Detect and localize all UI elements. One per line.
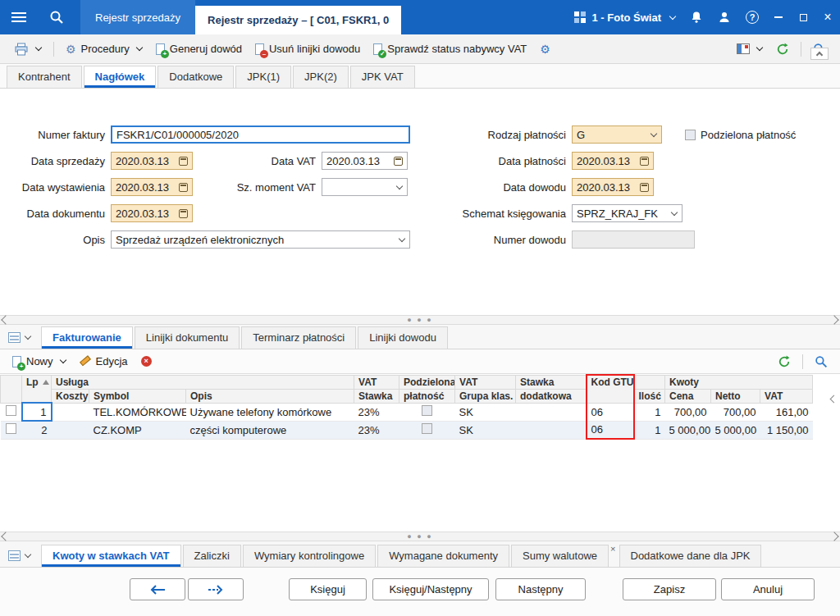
opis-select[interactable]: Sprzedaż urządzeń elektronicznych: [111, 230, 410, 249]
view-chooser-button[interactable]: [7, 547, 36, 567]
window-tab-rejestr[interactable]: Rejestr sprzedaży: [80, 0, 195, 34]
header-stawka-sub[interactable]: Stawka: [354, 389, 399, 403]
calendar-icon[interactable]: [640, 183, 649, 192]
anuluj-button[interactable]: Anuluj: [721, 578, 815, 600]
cell-koszty[interactable]: [52, 403, 89, 421]
schemat-ksiegowania-select[interactable]: SPRZ_KRAJ_FK: [572, 204, 682, 222]
tab-jpk1[interactable]: JPK(1): [235, 66, 291, 88]
zapisz-button[interactable]: Zapisz: [623, 578, 716, 600]
prev-record-button[interactable]: [130, 578, 185, 600]
header-vat-group[interactable]: VAT: [354, 375, 399, 389]
cell-koszty[interactable]: [52, 421, 89, 439]
cell-stawka[interactable]: 23%: [354, 421, 399, 439]
cell-podzielona[interactable]: [399, 403, 455, 421]
maximize-button[interactable]: [791, 0, 815, 34]
header-usluga-group[interactable]: Usługa: [52, 375, 354, 389]
tab-kwoty-w-stawkach-vat[interactable]: Kwoty w stawkach VAT: [41, 545, 181, 567]
cell-kod-gtu[interactable]: 06: [587, 403, 634, 421]
cell-vat[interactable]: 161,00: [760, 403, 813, 421]
hamburger-menu-button[interactable]: [0, 0, 38, 34]
cell-select[interactable]: [1, 421, 22, 439]
calendar-icon[interactable]: [394, 157, 403, 166]
calendar-icon[interactable]: [179, 157, 188, 166]
calendar-icon[interactable]: [179, 183, 188, 192]
cell-opis[interactable]: części komputerowe: [186, 421, 354, 439]
cell-opis[interactable]: Używane telefony komórkowe: [186, 403, 354, 421]
delete-row-button[interactable]: ×: [135, 353, 158, 370]
cell-stawka-dodatkowa[interactable]: [516, 403, 587, 421]
cell-cena[interactable]: 700,00: [665, 403, 711, 421]
data-wystawienia-input[interactable]: 2020.03.13: [111, 178, 193, 196]
tab-fakturowanie[interactable]: Fakturowanie: [41, 326, 133, 349]
print-button[interactable]: [8, 39, 48, 59]
podzielona-checkbox[interactable]: [422, 405, 432, 416]
splitter-grip[interactable]: ● ● ●: [407, 317, 432, 324]
cell-grupa-klas[interactable]: SK: [455, 421, 516, 439]
cell-ilosc[interactable]: 1: [634, 403, 665, 421]
nastepny-button[interactable]: Następny: [495, 578, 586, 600]
header-vat-group2[interactable]: VAT: [455, 375, 516, 389]
header-stawka-group[interactable]: Stawka: [516, 375, 587, 389]
header-vat-col[interactable]: VAT: [760, 389, 813, 403]
tab-zaliczki[interactable]: Zaliczki: [183, 545, 241, 567]
row-select-checkbox[interactable]: [6, 423, 16, 434]
header-grupa-klas[interactable]: Grupa klas.: [455, 389, 516, 403]
notifications-button[interactable]: [682, 0, 710, 34]
grid-refresh-button[interactable]: [772, 352, 797, 372]
window-tab-active[interactable]: Rejestr sprzedaży – [ C01, FSKR1, 0: [195, 6, 401, 34]
scroll-right-icon[interactable]: [829, 315, 838, 324]
cell-lp[interactable]: 1: [22, 403, 52, 421]
company-selector[interactable]: 1 - Foto Świat: [568, 0, 683, 34]
rodzaj-platnosci-select[interactable]: G: [572, 125, 662, 144]
calendar-icon[interactable]: [179, 209, 188, 218]
tab-sumy-walutowe[interactable]: Sumy walutowe: [511, 545, 609, 567]
help-button[interactable]: ?: [738, 0, 766, 34]
minimize-button[interactable]: [766, 0, 791, 34]
usun-linijki-button[interactable]: – Usuń linijki dowodu: [249, 39, 366, 58]
header-kod-gtu[interactable]: Kod GTU: [587, 375, 634, 403]
cell-symbol[interactable]: CZ.KOMP: [89, 421, 186, 439]
cell-netto[interactable]: 700,00: [711, 403, 760, 421]
numer-faktury-input[interactable]: FSKR1/C01/000005/2020: [111, 125, 410, 144]
generuj-dowod-button[interactable]: + Generuj dowód: [150, 39, 248, 58]
cell-netto[interactable]: 5 000,00: [711, 421, 760, 439]
header-cena[interactable]: Cena: [665, 389, 711, 403]
user-button[interactable]: [710, 0, 738, 34]
next-record-button[interactable]: [188, 578, 244, 600]
header-kwoty-group[interactable]: Kwoty: [665, 375, 813, 389]
cell-lp[interactable]: 2: [22, 421, 52, 439]
grid-settings-button[interactable]: [731, 40, 769, 57]
cell-stawka[interactable]: 23%: [354, 403, 399, 421]
tab-linijki-dokumentu[interactable]: Linijki dokumentu: [135, 326, 240, 349]
header-podzielona[interactable]: Podzielona: [399, 375, 455, 389]
header-lp[interactable]: Lp: [22, 375, 52, 403]
tab-dodatkowe[interactable]: Dodatkowe: [158, 66, 234, 88]
sprawdz-vat-button[interactable]: ✓ Sprawdź status nabywcy VAT: [368, 39, 532, 58]
table-row[interactable]: 1 TEL.KOMÓRKOWE Używane telefony komórko…: [1, 403, 813, 421]
data-sprzedazy-input[interactable]: 2020.03.13: [111, 152, 193, 170]
header-opis[interactable]: Opis: [186, 389, 354, 403]
ksieguj-button[interactable]: Księguj: [289, 578, 367, 600]
tab-dodatkowe-dane-jpk[interactable]: Dodatkowe dane dla JPK: [619, 545, 762, 567]
close-button[interactable]: ×: [815, 0, 840, 34]
horizontal-scrollbar[interactable]: ● ● ●: [0, 315, 840, 325]
refresh-button[interactable]: [770, 39, 795, 59]
cell-cena[interactable]: 5 000,00: [665, 421, 711, 439]
data-dowodu-input[interactable]: 2020.03.13: [572, 178, 654, 196]
cell-stawka-dodatkowa[interactable]: [516, 421, 587, 439]
cell-kod-gtu[interactable]: 06: [587, 421, 634, 439]
view-chooser-button[interactable]: [7, 329, 36, 349]
podzielona-checkbox[interactable]: [422, 423, 432, 434]
collapse-panel-button[interactable]: [810, 48, 829, 60]
tab-wymagane-dokumenty[interactable]: Wymagane dokumenty: [377, 545, 509, 567]
tab-naglowek[interactable]: Nagłówek: [84, 66, 157, 88]
cell-vat[interactable]: 1 150,00: [760, 421, 813, 439]
data-platnosci-input[interactable]: 2020.03.13: [572, 152, 654, 170]
tab-kontrahent[interactable]: Kontrahent: [7, 66, 82, 88]
header-dodatkowa[interactable]: dodatkowa: [516, 389, 587, 403]
header-symbol[interactable]: Symbol: [89, 389, 186, 403]
tab-terminarz-platnosci[interactable]: Terminarz płatności: [241, 326, 356, 349]
tab-jpk-vat[interactable]: JPK VAT: [350, 66, 415, 88]
data-vat-input[interactable]: 2020.03.13: [322, 152, 408, 170]
header-netto[interactable]: Netto: [711, 389, 760, 403]
